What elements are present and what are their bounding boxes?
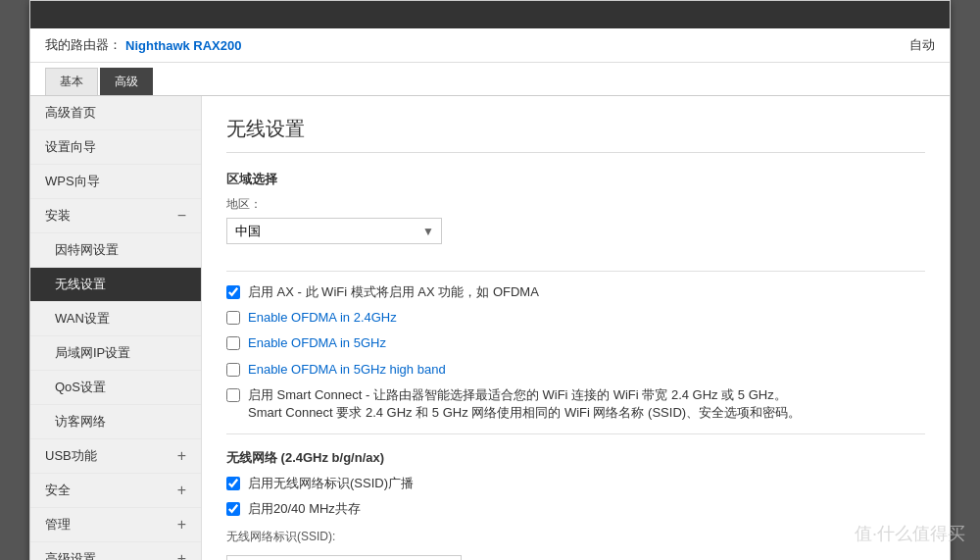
divider-1	[226, 271, 925, 272]
checkbox-ofdma-5g-high-input[interactable]	[226, 363, 240, 377]
checkbox-smart-connect-input[interactable]	[226, 388, 240, 402]
sidebar: 高级首页 设置向导 WPS向导 安装 − 因特网设置 无线设置 WAN设置	[30, 96, 202, 560]
checkbox-ssid-broadcast-label: 启用无线网络标识(SSID)广播	[248, 475, 414, 492]
checkbox-smart-connect-label: 启用 Smart Connect - 让路由器智能选择最适合您的 WiFi 连接…	[248, 386, 816, 422]
checkbox-ssid-broadcast: 启用无线网络标识(SSID)广播	[226, 475, 925, 492]
header-bar: 我的路由器： Nighthawk RAX200 自动	[30, 28, 950, 63]
sidebar-item-management[interactable]: 管理 +	[30, 508, 201, 542]
main-layout: 高级首页 设置向导 WPS向导 安装 − 因特网设置 无线设置 WAN设置	[30, 96, 950, 560]
region-select-wrapper: 中国 ▼	[226, 218, 442, 244]
checkbox-ofdma-5g-high-label: Enable OFDMA in 5GHz high band	[248, 361, 446, 379]
sidebar-item-guest-network[interactable]: 访客网络	[30, 405, 201, 439]
divider-2	[226, 433, 925, 434]
checkbox-ofdma-5g-label: Enable OFDMA in 5GHz	[248, 334, 386, 352]
checkbox-ax-input[interactable]	[226, 285, 240, 299]
region-select[interactable]: 中国	[226, 218, 442, 244]
ssid-input[interactable]	[226, 555, 462, 561]
checkbox-ofdma-5g-high: Enable OFDMA in 5GHz high band	[226, 361, 925, 379]
checkbox-coexistence: 启用20/40 MHz共存	[226, 500, 925, 518]
sidebar-item-internet-settings[interactable]: 因特网设置	[30, 233, 201, 268]
content-area: 无线设置 区域选择 地区： 中国 ▼ 启用 AX - 此 WiFi 模式将启用 …	[202, 96, 950, 560]
router-name: Nighthawk RAX200	[125, 38, 241, 53]
checkbox-ofdma-5g: Enable OFDMA in 5GHz	[226, 334, 925, 352]
checkbox-ax-label: 启用 AX - 此 WiFi 模式将启用 AX 功能，如 OFDMA	[248, 283, 539, 301]
wireless-section-title: 无线网络 (2.4GHz b/g/n/ax)	[226, 449, 925, 467]
router-label: 我的路由器：	[45, 36, 122, 54]
checkbox-ssid-broadcast-input[interactable]	[226, 477, 240, 490]
checkbox-ofdma-2g-label: Enable OFDMA in 2.4GHz	[248, 309, 397, 327]
tab-basic[interactable]: 基本	[45, 68, 98, 95]
ssid-label: 无线网络标识(SSID):	[226, 529, 925, 545]
sidebar-item-usb[interactable]: USB功能 +	[30, 439, 201, 474]
sidebar-item-install[interactable]: 安装 −	[30, 199, 201, 233]
region-label: 地区：	[226, 196, 925, 213]
checkbox-coexistence-label: 启用20/40 MHz共存	[248, 500, 361, 518]
tab-advanced[interactable]: 高级	[100, 68, 153, 95]
security-plus-icon: +	[177, 483, 186, 498]
sidebar-item-setup-wizard[interactable]: 设置向导	[30, 130, 201, 165]
region-section-title: 区域选择	[226, 171, 925, 188]
install-minus-icon: −	[177, 208, 186, 224]
sidebar-item-advanced-settings[interactable]: 高级设置 +	[30, 542, 201, 560]
sidebar-item-qos-settings[interactable]: QoS设置	[30, 371, 201, 405]
checkbox-smart-connect: 启用 Smart Connect - 让路由器智能选择最适合您的 WiFi 连接…	[226, 386, 925, 422]
checkbox-ax-enable: 启用 AX - 此 WiFi 模式将启用 AX 功能，如 OFDMA	[226, 283, 925, 301]
sidebar-item-wan-settings[interactable]: WAN设置	[30, 302, 201, 336]
checkbox-ofdma-2g: Enable OFDMA in 2.4GHz	[226, 309, 925, 327]
header-left: 我的路由器： Nighthawk RAX200	[45, 36, 241, 54]
checkbox-ofdma-2g-input[interactable]	[226, 311, 240, 325]
sidebar-item-wireless-settings[interactable]: 无线设置	[30, 268, 201, 302]
sidebar-item-wps-wizard[interactable]: WPS向导	[30, 165, 201, 199]
sidebar-item-advanced-home[interactable]: 高级首页	[30, 96, 201, 130]
main-window: 我的路由器： Nighthawk RAX200 自动 基本 高级 高级首页 设置…	[29, 0, 951, 560]
sidebar-item-lan-ip-settings[interactable]: 局域网IP设置	[30, 336, 201, 371]
advanced-settings-plus-icon: +	[177, 551, 186, 560]
header-auto: 自动	[909, 36, 935, 54]
management-plus-icon: +	[177, 517, 186, 533]
page-title: 无线设置	[226, 116, 925, 153]
sidebar-item-security[interactable]: 安全 +	[30, 474, 201, 508]
checkbox-coexistence-input[interactable]	[226, 502, 240, 516]
usb-plus-icon: +	[177, 448, 186, 464]
title-bar	[30, 1, 950, 28]
tab-bar: 基本 高级	[30, 63, 950, 96]
checkbox-ofdma-5g-input[interactable]	[226, 336, 240, 350]
